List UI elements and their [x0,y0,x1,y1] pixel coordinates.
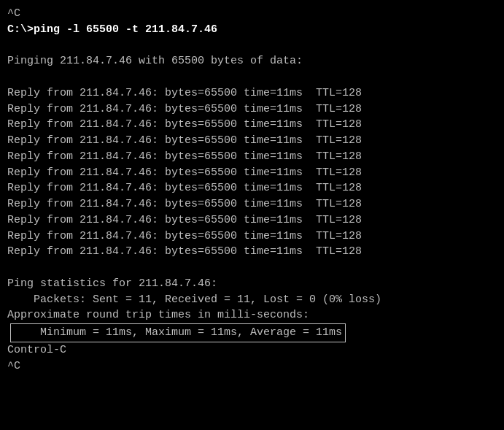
command-line: C:\>ping -l 65500 -t 211.84.7.46 [7,22,497,38]
reply-line-8: Reply from 211.84.7.46: bytes=65500 time… [7,196,497,212]
empty-line-1 [7,38,497,54]
reply-line-9: Reply from 211.84.7.46: bytes=65500 time… [7,212,497,229]
ctrl-c-line-1: ^C [7,6,497,22]
ping-stats-packets: Packets: Sent = 11, Received = 11, Lost … [7,292,497,308]
reply-line-3: Reply from 211.84.7.46: bytes=65500 time… [7,117,497,133]
reply-line-10: Reply from 211.84.7.46: bytes=65500 time… [7,229,497,245]
control-c-line: Control-C [7,342,497,358]
ctrl-c-line-2: ^C [7,358,497,375]
reply-line-11: Reply from 211.84.7.46: bytes=65500 time… [7,244,497,260]
reply-line-2: Reply from 211.84.7.46: bytes=65500 time… [7,101,497,118]
reply-line-6: Reply from 211.84.7.46: bytes=65500 time… [7,165,497,181]
stats-box-line: Minimum = 11ms, Maximum = 11ms, Average … [7,323,497,342]
ping-stats-header: Ping statistics for 211.84.7.46: [7,276,497,292]
approx-line: Approximate round trip times in milli-se… [7,307,497,323]
reply-line-1: Reply from 211.84.7.46: bytes=65500 time… [7,85,497,101]
empty-line-2 [7,69,497,85]
reply-line-4: Reply from 211.84.7.46: bytes=65500 time… [7,133,497,149]
reply-line-7: Reply from 211.84.7.46: bytes=65500 time… [7,180,497,196]
empty-line-3 [7,260,497,276]
pinging-line: Pinging 211.84.7.46 with 65500 bytes of … [7,53,497,69]
stats-box: Minimum = 11ms, Maximum = 11ms, Average … [10,323,346,342]
reply-line-5: Reply from 211.84.7.46: bytes=65500 time… [7,149,497,165]
